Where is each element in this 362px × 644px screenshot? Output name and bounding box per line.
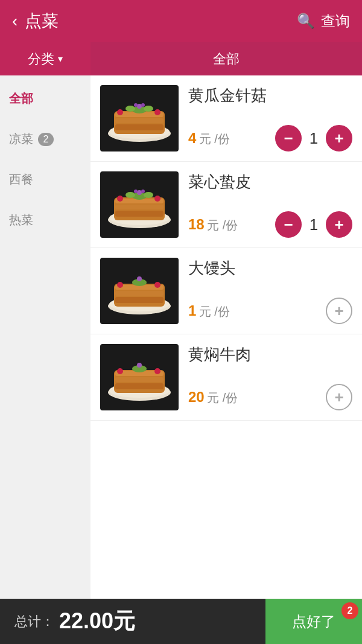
list-item: 黄瓜金针菇 4 元 /份 − 1 + <box>91 75 362 162</box>
food-price-row-1: 4 元 /份 − 1 + <box>188 125 352 151</box>
total-area: 总计： 22.00元 <box>0 607 265 636</box>
price-unit-2: 元 /份 <box>207 218 238 232</box>
price-display-1: 4 元 /份 <box>188 130 230 147</box>
order-button-label: 点好了 <box>292 612 335 631</box>
svg-rect-42 <box>115 377 164 382</box>
svg-point-20 <box>117 196 123 202</box>
order-badge: 2 <box>341 602 358 619</box>
food-image-4 <box>100 344 179 410</box>
price-unit-1: 元 /份 <box>199 132 230 145</box>
svg-point-44 <box>117 368 123 374</box>
food-image-1 <box>100 85 179 151</box>
food-info-1: 黄瓜金针菇 4 元 /份 − 1 + <box>179 85 352 151</box>
quantity-control-1: − 1 + <box>275 125 352 151</box>
search-icon[interactable]: 🔍 <box>297 13 315 30</box>
category-filter-tab[interactable]: 分类 ▾ <box>0 42 91 75</box>
food-price-row-4: 20 元 /份 + <box>188 384 352 410</box>
chevron-down-icon: ▾ <box>58 53 63 65</box>
query-button[interactable]: 查询 <box>321 11 350 31</box>
sidebar-item-cold[interactable]: 凉菜 2 <box>0 119 91 159</box>
svg-point-45 <box>154 368 160 374</box>
svg-point-23 <box>125 192 135 198</box>
food-price-row-2: 18 元 /份 − 1 + <box>188 211 352 238</box>
sidebar-item-hot[interactable]: 热菜 <box>0 200 91 240</box>
svg-rect-5 <box>115 124 164 130</box>
list-item: 黄焖牛肉 20 元 /份 + <box>91 334 362 421</box>
all-label: 全部 <box>213 50 240 68</box>
price-value-4: 20 <box>188 389 205 405</box>
svg-point-11 <box>137 104 142 109</box>
food-info-2: 菜心蛰皮 18 元 /份 − 1 + <box>179 171 352 238</box>
increase-button-1[interactable]: + <box>326 125 352 151</box>
svg-point-9 <box>125 106 135 112</box>
food-name-4: 黄焖牛肉 <box>188 344 352 365</box>
list-item: 大馒头 1 元 /份 + <box>91 248 362 334</box>
sidebar-all-label: 全部 <box>9 91 33 107</box>
svg-rect-19 <box>115 211 164 217</box>
price-display-3: 1 元 /份 <box>188 302 230 320</box>
category-row: 分类 ▾ 全部 <box>0 42 362 75</box>
sidebar-cold-label: 凉菜 <box>9 131 33 147</box>
quantity-control-4: + <box>326 384 352 410</box>
decrease-button-2[interactable]: − <box>275 211 302 238</box>
sidebar-item-western[interactable]: 西餐 <box>0 159 91 200</box>
quantity-control-3: + <box>326 298 352 324</box>
footer: 总计： 22.00元 点好了 2 <box>0 599 362 644</box>
add-button-4[interactable]: + <box>326 384 352 410</box>
increase-button-2[interactable]: + <box>326 211 352 238</box>
price-unit-4: 元 /份 <box>207 391 238 404</box>
food-name-3: 大馒头 <box>188 258 352 279</box>
main-content: 全部 凉菜 2 西餐 热菜 <box>0 75 362 599</box>
sidebar-item-all[interactable]: 全部 <box>0 78 91 119</box>
svg-rect-4 <box>115 118 164 123</box>
price-unit-3: 元 /份 <box>199 305 230 318</box>
food-list: 黄瓜金针菇 4 元 /份 − 1 + <box>91 75 362 599</box>
add-button-3[interactable]: + <box>326 298 352 324</box>
header-left: ‹ 点菜 <box>12 10 59 33</box>
food-image-3 <box>100 258 179 324</box>
order-button[interactable]: 点好了 2 <box>265 599 362 644</box>
svg-point-26 <box>134 190 138 193</box>
svg-point-12 <box>134 103 138 107</box>
price-display-2: 18 元 /份 <box>188 216 238 234</box>
sidebar-hot-label: 热菜 <box>9 212 33 228</box>
quantity-1: 1 <box>308 129 320 148</box>
food-image-2 <box>100 171 179 238</box>
svg-point-27 <box>141 190 145 193</box>
svg-point-13 <box>141 103 145 107</box>
svg-rect-18 <box>115 205 164 209</box>
decrease-button-1[interactable]: − <box>275 125 302 151</box>
food-name-1: 黄瓜金针菇 <box>188 85 352 106</box>
header-right: 🔍 查询 <box>297 11 350 31</box>
back-icon[interactable]: ‹ <box>12 11 17 31</box>
svg-rect-33 <box>115 297 164 303</box>
svg-point-25 <box>137 190 142 195</box>
svg-point-6 <box>117 109 123 115</box>
food-info-3: 大馒头 1 元 /份 + <box>179 258 352 324</box>
page-title: 点菜 <box>25 10 59 33</box>
sidebar-western-label: 西餐 <box>9 171 33 188</box>
quantity-2: 1 <box>308 215 320 234</box>
svg-point-37 <box>137 276 142 281</box>
svg-point-24 <box>144 192 153 198</box>
total-label: 总计： <box>14 613 54 631</box>
svg-point-47 <box>137 363 142 368</box>
header: ‹ 点菜 🔍 查询 <box>0 0 362 42</box>
food-info-4: 黄焖牛肉 20 元 /份 + <box>179 344 352 410</box>
total-amount: 22.00元 <box>59 607 135 636</box>
price-value-2: 18 <box>188 216 205 232</box>
svg-point-10 <box>144 106 153 112</box>
food-price-row-3: 1 元 /份 + <box>188 298 352 324</box>
svg-point-7 <box>154 109 160 115</box>
all-category-tab[interactable]: 全部 <box>91 42 362 75</box>
price-value-1: 4 <box>188 130 196 146</box>
svg-point-34 <box>117 282 123 288</box>
sidebar: 全部 凉菜 2 西餐 热菜 <box>0 75 91 599</box>
list-item: 菜心蛰皮 18 元 /份 − 1 + <box>91 162 362 248</box>
svg-rect-32 <box>115 291 164 296</box>
price-display-4: 20 元 /份 <box>188 389 238 406</box>
category-label: 分类 <box>28 50 54 68</box>
quantity-control-2: − 1 + <box>275 211 352 238</box>
price-value-3: 1 <box>188 302 196 319</box>
svg-point-21 <box>154 196 160 202</box>
